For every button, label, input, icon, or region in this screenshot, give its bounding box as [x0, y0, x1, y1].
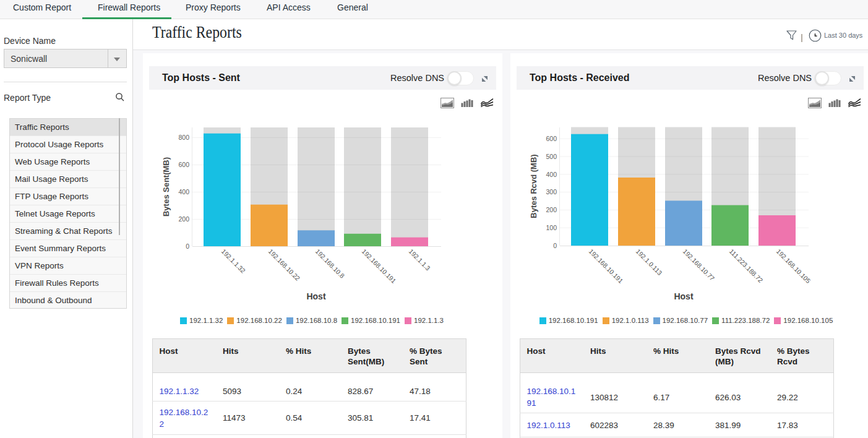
svg-text:192.168.10.22: 192.168.10.22: [267, 247, 302, 282]
svg-text:400: 400: [178, 188, 189, 195]
svg-text:192.168.10.105: 192.168.10.105: [775, 247, 812, 285]
svg-text:192.1.1.32: 192.1.1.32: [220, 247, 247, 275]
svg-text:800: 800: [178, 134, 189, 141]
svg-text:200: 200: [178, 215, 189, 223]
svg-text:0: 0: [553, 242, 557, 249]
svg-text:400: 400: [546, 171, 557, 178]
svg-text:192.168.10.8: 192.168.10.8: [314, 247, 346, 280]
svg-text:0: 0: [186, 243, 189, 250]
svg-text:111.223.188.72: 111.223.188.72: [728, 247, 765, 284]
svg-text:192.168.10.191: 192.168.10.191: [361, 247, 398, 285]
svg-text:192.168.10.77: 192.168.10.77: [682, 247, 716, 282]
svg-text:192.1.1.3: 192.1.1.3: [408, 247, 432, 272]
svg-text:Host: Host: [306, 291, 325, 301]
svg-text:192.1.0.113: 192.1.0.113: [635, 247, 664, 277]
svg-text:100: 100: [546, 224, 557, 231]
svg-text:200: 200: [546, 206, 557, 213]
svg-text:Bytes Rcvd (MB): Bytes Rcvd (MB): [529, 154, 538, 218]
svg-text:Bytes Sent(MB): Bytes Sent(MB): [161, 157, 171, 217]
svg-text:600: 600: [178, 161, 189, 168]
svg-text:600: 600: [546, 135, 557, 142]
svg-text:300: 300: [546, 188, 557, 195]
svg-text:192.168.10.191: 192.168.10.191: [588, 247, 625, 285]
svg-text:Host: Host: [674, 291, 693, 301]
svg-text:500: 500: [546, 153, 557, 160]
